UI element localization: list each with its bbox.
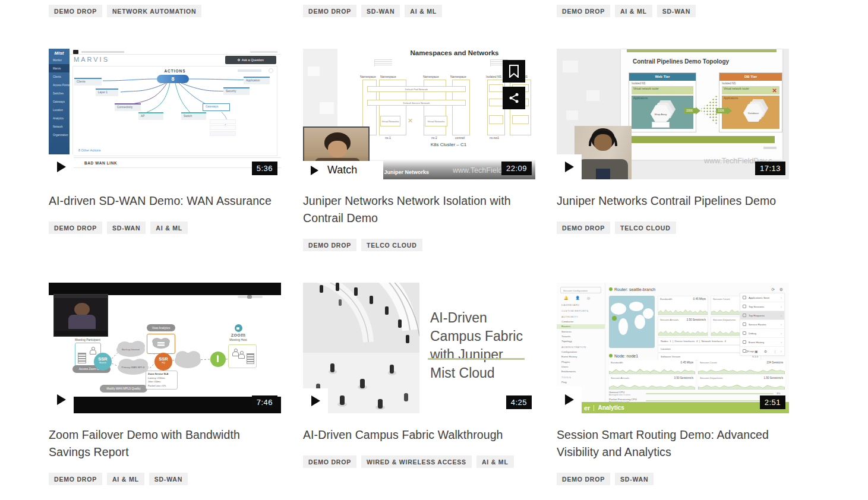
play-icon xyxy=(565,394,574,405)
tag[interactable]: DEMO DROP xyxy=(557,221,610,234)
modify-wan-quality-button: Modify WAN MPLS Quality xyxy=(100,385,147,393)
play-button[interactable]: Watch xyxy=(303,161,383,179)
video-tags: DEMO DROP AI & ML SD-WAN xyxy=(49,473,281,485)
kebab-icon: ⋮ xyxy=(773,349,777,353)
tag[interactable]: AI & ML xyxy=(405,5,442,17)
tag[interactable]: DEMO DROP xyxy=(557,473,610,485)
tag[interactable]: TELCO CLOUD xyxy=(615,221,676,234)
play-button[interactable] xyxy=(557,386,582,413)
play-button[interactable] xyxy=(49,386,74,413)
duration-badge: 2:51 xyxy=(760,395,785,409)
dashboard-sidebar: Session Configuration 🔔👤◎ DASHBOARD CUST… xyxy=(557,283,605,402)
apps-icon xyxy=(743,296,746,299)
video-card: Namespaces and Networks Namespace Namesp… xyxy=(303,49,535,251)
expand-icon: ▣ xyxy=(755,349,758,353)
partial-card-tags: DEMO DROP SD-WAN AI & ML xyxy=(303,5,442,17)
play-icon xyxy=(311,395,320,406)
video-thumbnail[interactable]: Session Configuration 🔔👤◎ DASHBOARD CUST… xyxy=(557,283,789,413)
tag[interactable]: AI & ML xyxy=(476,455,514,468)
video-tags: DEMO DROP TELCO CLOUD xyxy=(557,221,789,234)
tag[interactable]: DEMO DROP xyxy=(303,455,356,468)
router-header: Router: seattle-branch xyxy=(609,287,655,292)
blocked-x-icon: ✕ xyxy=(772,87,777,94)
video-title[interactable]: Juniper Networks Contrail Pipelines Demo xyxy=(557,192,789,210)
tag[interactable]: NETWORK AUTOMATION xyxy=(107,5,201,17)
help-icon: ◎ xyxy=(587,296,590,300)
video-thumbnail[interactable]: Namespaces and Networks Namespace Namesp… xyxy=(303,49,535,179)
tag[interactable]: SD-WAN xyxy=(657,5,696,17)
video-card: Meeting Participant SSR Branch Backup In… xyxy=(49,283,281,485)
partial-card-tags: DEMO DROP AI & ML SD-WAN xyxy=(557,5,696,17)
db-tier-box: DB Tier Isolated NS Virtual network rout… xyxy=(719,72,782,132)
tag[interactable]: SD-WAN xyxy=(149,473,188,485)
sessions-icon xyxy=(743,305,746,308)
thumbnail-ssr-dashboard: Session Configuration 🔔👤◎ DASHBOARD CUST… xyxy=(557,283,789,413)
tag[interactable]: DEMO DROP xyxy=(49,473,102,485)
ssr-branch-node: SSR Branch xyxy=(94,353,112,371)
tag[interactable]: WIRED & WIRELESS ACCESS xyxy=(361,455,472,468)
router-actions-menu: Applications Seen› Top Sessions› Top Req… xyxy=(740,293,785,356)
play-icon xyxy=(57,394,66,405)
routes-icon xyxy=(743,322,746,326)
video-title[interactable]: AI-driven SD-WAN Demo: WAN Assurance xyxy=(49,192,281,210)
marvis-title: MARVIS xyxy=(74,56,109,63)
play-button[interactable] xyxy=(557,154,582,179)
partial-card-tags: DEMO DROP NETWORK AUTOMATION xyxy=(49,5,201,17)
bookmark-icon xyxy=(509,65,519,78)
video-card: Mist Monitor Marvis Clients Access Point… xyxy=(49,49,281,234)
tag[interactable]: AI & ML xyxy=(107,473,144,485)
video-title[interactable]: Zoom Failover Demo with Bandwidth Saving… xyxy=(49,426,281,461)
web-tier-box: Web Tier Isolated NS Virtual network rou… xyxy=(629,72,696,132)
status-dot xyxy=(609,354,613,357)
view-analytics-button: View Analytics xyxy=(147,324,175,331)
bell-icon: 🔔 xyxy=(564,296,569,300)
tag[interactable]: DEMO DROP xyxy=(303,5,356,17)
duration-badge: 17:13 xyxy=(755,162,785,175)
video-title[interactable]: AI-Driven Campus Fabric Walkthrough xyxy=(303,426,535,444)
video-title[interactable]: Juniper Networks Network Isolation with … xyxy=(303,192,535,227)
bad-wan-link-row: BAD WAN LINK ⋮ xyxy=(70,157,281,168)
video-thumbnail[interactable]: AI-Driven Campus Fabric with Juniper Mis… xyxy=(303,283,535,413)
juniper-logo xyxy=(763,147,777,149)
headline-underline xyxy=(428,358,525,360)
tag[interactable]: TELCO CLOUD xyxy=(361,239,422,251)
video-card: Session Configuration 🔔👤◎ DASHBOARD CUST… xyxy=(557,283,789,485)
video-gallery-page: DEMO DROP NETWORK AUTOMATION DEMO DROP S… xyxy=(0,0,868,500)
tag[interactable]: DEMO DROP xyxy=(303,239,356,251)
host-box xyxy=(228,344,257,368)
status-dot xyxy=(609,287,613,291)
tag[interactable]: DEMO DROP xyxy=(557,5,610,17)
play-button[interactable] xyxy=(303,388,328,413)
mist-topbar xyxy=(70,49,281,55)
share-button[interactable] xyxy=(503,87,525,109)
bookmark-button[interactable] xyxy=(503,60,525,83)
duration-badge: 5:36 xyxy=(252,162,277,175)
cluster-label: K8s Cluster – C1 xyxy=(392,142,505,147)
tag[interactable]: DEMO DROP xyxy=(49,221,102,234)
tag[interactable]: SD-WAN xyxy=(107,221,146,234)
tag[interactable]: AI & ML xyxy=(615,5,652,17)
play-button[interactable] xyxy=(49,154,74,179)
tag[interactable]: SD-WAN xyxy=(615,473,654,485)
search-icon xyxy=(238,59,240,61)
tag[interactable]: DEMO DROP xyxy=(49,5,102,17)
video-thumbnail[interactable]: Contrail Pipelines Demo Topology Web Tie… xyxy=(557,49,789,179)
refresh-icon: ⟳ xyxy=(746,349,749,353)
session-config-search: Session Configuration xyxy=(560,287,601,293)
tag[interactable]: SD-WAN xyxy=(361,5,400,17)
tag[interactable]: AI & ML xyxy=(150,221,188,234)
world-map xyxy=(609,296,655,348)
ssr-hq-node: SSR HQ xyxy=(154,353,172,371)
video-tags: DEMO DROP TELCO CLOUD xyxy=(303,239,535,251)
duration-badge: 22:09 xyxy=(501,162,532,175)
video-card: AI-Driven Campus Fabric with Juniper Mis… xyxy=(303,283,535,468)
history-icon xyxy=(743,340,746,344)
presenter-webcam xyxy=(53,294,108,337)
video-thumbnail[interactable]: Mist Monitor Marvis Clients Access Point… xyxy=(49,49,281,179)
cloud-gateway-box xyxy=(147,334,175,354)
actions-count-pill: 8 xyxy=(157,75,189,83)
node-header: Node: node1 xyxy=(609,354,638,358)
video-title[interactable]: Session Smart Routing Demo: Advanced Vis… xyxy=(557,426,789,461)
video-thumbnail[interactable]: Meeting Participant SSR Branch Backup In… xyxy=(49,283,281,413)
thumbnail-namespaces-slide: Namespaces and Networks Namespace Namesp… xyxy=(303,49,535,179)
